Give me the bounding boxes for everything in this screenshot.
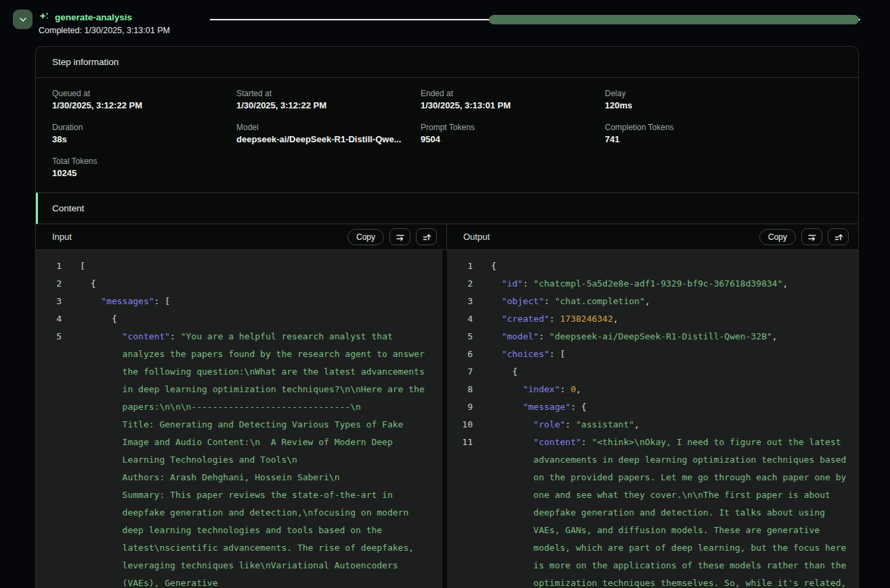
field-value: 741 [605,134,789,144]
field-label: Delay [605,89,789,98]
code-text: "choices": [ [491,345,858,363]
chevron-down-icon [18,15,28,24]
input-code-viewer[interactable]: 1[2{3"messages": [4{5"content": "You are… [36,250,442,588]
step-title: generate-analysis [55,12,132,22]
content-section-title: Content [36,192,858,224]
output-copy-button[interactable]: Copy [759,229,796,245]
code-text: "index": 0, [491,381,858,398]
field-label: Started at [236,89,421,98]
field-label: Model [236,123,421,132]
code-line: 6"choices": [ [447,345,858,363]
code-line: 10"role": "assistant", [447,416,858,434]
field-value: 38s [52,134,236,144]
code-text: "content": "You are a helpful research a… [80,328,442,588]
code-line: 11"content": "<think>\nOkay, I need to f… [447,434,858,588]
step-information-grid: Queued at 1/30/2025, 3:12:22 PM Started … [36,78,858,192]
field-value: 1/30/2025, 3:12:22 PM [52,100,236,110]
field-duration: Duration 38s [52,123,236,144]
input-copy-button[interactable]: Copy [347,229,384,245]
code-line: 4{ [36,310,442,328]
input-wrap-lines-button[interactable] [389,228,410,245]
line-number: 7 [447,363,473,381]
field-value: 120ms [605,100,789,110]
code-text: "object": "chat.completion", [491,293,858,310]
output-wrap-lines-button[interactable] [801,228,822,245]
code-text: "message": { [491,398,858,416]
sparkles-icon [39,12,50,23]
field-value: 9504 [421,134,605,144]
line-number: 4 [36,310,62,328]
field-ended-at: Ended at 1/30/2025, 3:13:01 PM [421,89,605,110]
input-panel: Input Copy [36,224,447,588]
output-panel-actions: Copy [759,228,849,245]
line-number: 1 [447,257,473,275]
line-number: 8 [447,381,473,398]
code-line: 5"content": "You are a helpful research … [36,328,442,588]
step-information-title: Step information [36,47,858,78]
run-header: generate-analysis Completed: 1/30/2025, … [0,0,890,46]
field-label: Total Tokens [52,156,236,166]
field-completion-tokens: Completion Tokens 741 [605,123,789,144]
code-line: 4"created": 1738246342, [447,310,858,328]
field-model: Model deepseek-ai/DeepSeek-R1-Distill-Qw… [236,123,421,144]
line-number: 4 [447,310,473,328]
field-value: 1/30/2025, 3:13:01 PM [421,100,605,110]
content-panels: Input Copy [36,224,858,588]
code-line: 9"message": { [447,398,858,416]
line-number: 11 [447,434,473,588]
field-label: Completion Tokens [605,123,789,132]
input-panel-header: Input Copy [36,224,447,250]
line-number: 3 [447,293,473,310]
step-detail-card: Step information Queued at 1/30/2025, 3:… [35,46,859,588]
field-label: Queued at [52,89,236,98]
code-line: 2{ [36,275,442,293]
line-number: 6 [447,345,473,363]
code-text: "created": 1738246342, [491,310,858,328]
collapse-step-button[interactable] [13,9,33,29]
code-text: "messages": [ [80,293,442,310]
code-line: 5"model": "deepseek-ai/DeepSeek-R1-Disti… [447,328,858,345]
code-text: "role": "assistant", [491,416,858,434]
code-text: "id": "chatcmpl-5a5d2e8e-adf1-9329-bf9c-… [491,275,858,293]
field-label: Prompt Tokens [421,123,605,132]
code-line: 3"messages": [ [36,293,442,310]
output-code-viewer[interactable]: 1{2"id": "chatcmpl-5a5d2e8e-adf1-9329-bf… [447,250,858,588]
scroll-top-icon [834,232,843,242]
step-completed-text: Completed: 1/30/2025, 3:13:01 PM [39,26,170,35]
code-text: { [491,363,858,381]
input-panel-title: Input [52,232,347,242]
field-total-tokens: Total Tokens 10245 [52,156,236,178]
field-prompt-tokens: Prompt Tokens 9504 [421,123,605,144]
timeline-duration-bar[interactable] [489,15,859,24]
code-line: 2"id": "chatcmpl-5a5d2e8e-adf1-9329-bf9c… [447,275,858,293]
line-number: 2 [36,275,62,293]
output-scroll-top-button[interactable] [828,228,849,245]
code-text: { [80,310,442,328]
field-value: 10245 [52,168,236,178]
code-text: { [491,257,858,275]
line-number: 10 [447,416,473,434]
field-label: Duration [52,123,236,132]
input-panel-actions: Copy [347,228,437,245]
code-text: "model": "deepseek-ai/DeepSeek-R1-Distil… [491,328,858,345]
code-text: { [80,275,442,293]
code-line: 1{ [447,257,858,275]
field-value: 1/30/2025, 3:12:22 PM [236,100,421,110]
code-text: "content": "<think>\nOkay, I need to fig… [491,434,858,588]
field-value: deepseek-ai/DeepSeek-R1-Distill-Qwe... [236,134,421,144]
line-number: 5 [36,328,62,588]
code-line: 1[ [36,257,442,275]
wrap-lines-icon [807,232,817,242]
code-text: [ [80,257,442,275]
wrap-lines-icon [396,232,405,242]
output-panel: Output Copy [447,224,858,588]
line-number: 3 [36,293,62,310]
field-started-at: Started at 1/30/2025, 3:12:22 PM [236,89,421,110]
code-line: 3"object": "chat.completion", [447,293,858,310]
field-delay: Delay 120ms [605,89,789,110]
line-number: 9 [447,398,473,416]
field-label: Ended at [421,89,605,98]
line-number: 1 [36,257,62,275]
output-panel-header: Output Copy [447,224,858,250]
input-scroll-top-button[interactable] [416,228,437,245]
